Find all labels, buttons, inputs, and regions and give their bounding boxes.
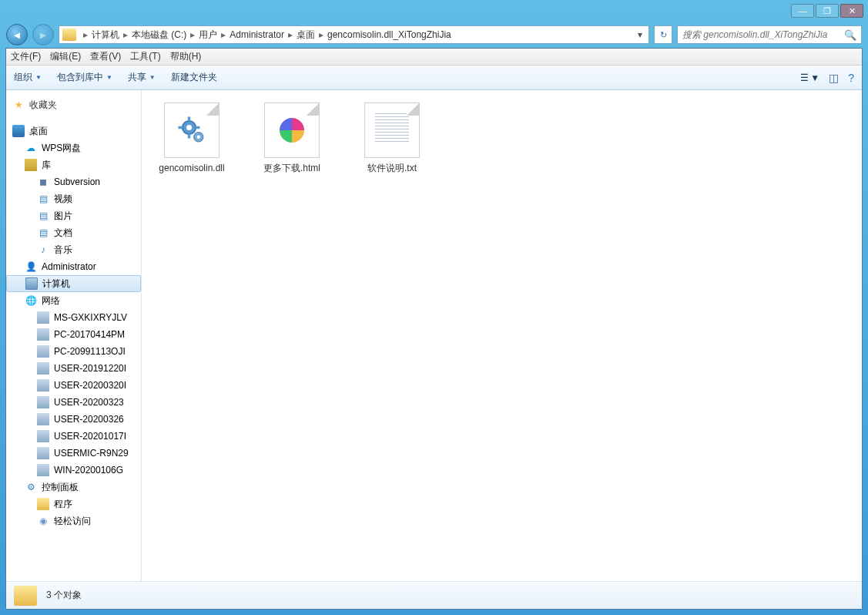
search-box[interactable]: 🔍 [677, 25, 862, 44]
tree-libraries[interactable]: 库 [6, 156, 141, 173]
forward-button[interactable]: ► [32, 24, 54, 45]
refresh-button[interactable]: ↻ [654, 25, 672, 44]
address-dropdown[interactable]: ▾ [635, 29, 645, 40]
tree-net-pc-10[interactable]: WIN-20200106G [6, 462, 141, 479]
close-button[interactable]: ✕ [840, 4, 863, 18]
toolbar-organize[interactable]: 组织▼ [14, 71, 42, 84]
navigation-pane[interactable]: ★收藏夹 桌面 ☁WPS网盘 库 ◼Subversion ▤视频 ▤图片 ▤文档… [6, 90, 142, 581]
folder-icon [62, 29, 76, 41]
tree-subversion[interactable]: ◼Subversion [6, 173, 141, 190]
dll-icon [164, 102, 220, 158]
crumb-desktop[interactable]: 桌面 [295, 29, 317, 42]
tree-computer[interactable]: 计算机 [6, 275, 141, 292]
tree-administrator[interactable]: 👤Administrator [6, 258, 141, 275]
toolbar-include-library[interactable]: 包含到库中▼ [57, 71, 112, 84]
tree-programs[interactable]: 程序 [6, 496, 141, 512]
file-label: 更多下载.html [263, 163, 320, 175]
tree-control-panel[interactable]: ⚙控制面板 [6, 479, 141, 496]
tree-video[interactable]: ▤视频 [6, 190, 141, 207]
crumb-drive[interactable]: 本地磁盘 (C:) [130, 29, 188, 42]
txt-icon [364, 102, 420, 158]
tree-net-pc-5[interactable]: USER-20200320I [6, 377, 141, 394]
svg-point-1 [186, 125, 192, 130]
tree-net-pc-3[interactable]: PC-20991113OJI [6, 343, 141, 360]
crumb-admin[interactable]: Administrator [228, 29, 286, 40]
svg-rect-2 [188, 117, 191, 121]
minimize-button[interactable]: — [791, 4, 814, 18]
menu-file[interactable]: 文件(F) [11, 50, 41, 63]
crumb-folder[interactable]: gencomisolin.dll_XiTongZhiJia [326, 29, 453, 40]
tree-net-pc-6[interactable]: USER-20200323 [6, 394, 141, 411]
svg-rect-4 [179, 126, 183, 129]
toolbar-share[interactable]: 共享▼ [128, 71, 156, 84]
status-folder-icon [14, 586, 37, 606]
titlebar: — ❐ ✕ [0, 0, 868, 22]
menu-help[interactable]: 帮助(H) [170, 50, 202, 63]
tree-wps[interactable]: ☁WPS网盘 [6, 139, 141, 156]
menu-tools[interactable]: 工具(T) [130, 50, 160, 63]
toolbar-preview-pane-button[interactable]: ◫ [829, 72, 839, 84]
file-html[interactable]: 更多下载.html [250, 102, 334, 175]
tree-net-pc-7[interactable]: USER-20200326 [6, 411, 141, 428]
file-list[interactable]: gencomisolin.dll 更多下载.html 软件说明.txt [142, 90, 862, 581]
svg-point-7 [197, 136, 200, 139]
tree-net-pc-4[interactable]: USER-20191220I [6, 360, 141, 377]
tree-net-pc-1[interactable]: MS-GXKIXRYJLV [6, 309, 141, 326]
tree-net-pc-8[interactable]: USER-20201017I [6, 428, 141, 445]
tree-net-pc-9[interactable]: USERMIC-R9N29 [6, 445, 141, 462]
search-icon: 🔍 [844, 29, 856, 41]
status-bar: 3 个对象 [6, 581, 862, 609]
file-dll[interactable]: gencomisolin.dll [149, 102, 234, 175]
file-label: gencomisolin.dll [159, 163, 224, 175]
tree-pictures[interactable]: ▤图片 [6, 207, 141, 224]
toolbar-new-folder[interactable]: 新建文件夹 [171, 71, 217, 84]
crumb-computer[interactable]: 计算机 [90, 29, 121, 42]
toolbar-help-button[interactable]: ? [848, 72, 854, 84]
address-bar[interactable]: ▸ 计算机▸ 本地磁盘 (C:)▸ 用户▸ Administrator▸ 桌面▸… [59, 25, 649, 44]
tree-net-pc-2[interactable]: PC-20170414PM [6, 326, 141, 343]
tree-ease-access[interactable]: ◉轻松访问 [6, 512, 141, 529]
file-label: 软件说明.txt [367, 163, 417, 175]
nav-bar: ◄ ► ▸ 计算机▸ 本地磁盘 (C:)▸ 用户▸ Administrator▸… [0, 22, 868, 48]
menu-bar: 文件(F) 编辑(E) 查看(V) 工具(T) 帮助(H) [6, 49, 862, 66]
status-count: 3 个对象 [46, 589, 82, 602]
toolbar: 组织▼ 包含到库中▼ 共享▼ 新建文件夹 ☰▼ ◫ ? [6, 66, 862, 90]
crumb-users[interactable]: 用户 [197, 29, 219, 42]
menu-edit[interactable]: 编辑(E) [50, 50, 81, 63]
toolbar-view-button[interactable]: ☰▼ [800, 72, 819, 83]
file-txt[interactable]: 软件说明.txt [350, 102, 434, 175]
tree-favorites[interactable]: ★收藏夹 [6, 96, 141, 113]
svg-rect-3 [188, 134, 191, 138]
search-input[interactable] [682, 29, 844, 40]
menu-view[interactable]: 查看(V) [90, 50, 121, 63]
tree-network[interactable]: 🌐网络 [6, 292, 141, 309]
back-button[interactable]: ◄ [6, 24, 28, 45]
tree-documents[interactable]: ▤文档 [6, 224, 141, 241]
svg-rect-5 [196, 126, 199, 129]
html-icon [264, 102, 320, 158]
maximize-button[interactable]: ❐ [816, 4, 839, 18]
tree-music[interactable]: ♪音乐 [6, 241, 141, 258]
tree-desktop[interactable]: 桌面 [6, 123, 141, 139]
